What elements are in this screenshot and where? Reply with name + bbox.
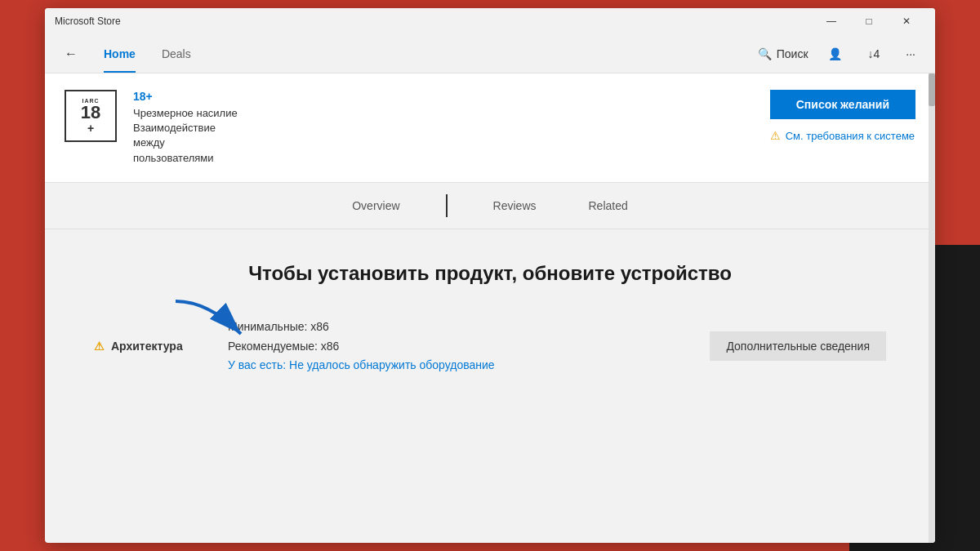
rating-number: 18 <box>81 104 100 122</box>
tab-reviews[interactable]: Reviews <box>487 183 543 229</box>
account-button[interactable]: 👤 <box>822 44 849 64</box>
window-title: Microsoft Store <box>55 16 813 27</box>
tab-home[interactable]: Home <box>91 34 149 73</box>
rating-badge: IARC 18 + <box>65 90 117 142</box>
tab-deals[interactable]: Deals <box>149 34 204 73</box>
maximize-button[interactable]: □ <box>850 8 888 34</box>
scrollbar-thumb[interactable] <box>929 73 935 106</box>
nav-tabs: Home Deals <box>91 34 204 73</box>
age-label: 18+ <box>133 90 754 103</box>
tabs-section: Overview Reviews Related <box>45 183 935 229</box>
error-req: У вас есть: Не удалось обнаружить оборуд… <box>228 356 690 375</box>
window-controls: — □ ✕ <box>813 8 925 34</box>
title-bar: Microsoft Store — □ ✕ <box>45 8 935 34</box>
system-req-button[interactable]: ⚠ См. требования к системе <box>770 129 915 142</box>
scrollbar-track <box>929 73 935 543</box>
search-icon: 🔍 <box>758 47 772 60</box>
search-label: Поиск <box>777 47 808 60</box>
requirements-row: ⚠ Архитектура Минимальные: x86 Рекоменду… <box>94 318 886 375</box>
nav-right: 🔍 Поиск 👤 ↓4 ··· <box>758 44 922 64</box>
top-card: IARC 18 + 18+ Чрезмерное насилие Взаимод… <box>45 73 935 183</box>
tab-overview[interactable]: Overview <box>345 183 406 229</box>
rating-description: Чрезмерное насилие Взаимодействие между … <box>133 106 754 166</box>
rating-plus: + <box>87 122 94 135</box>
warning-icon: ⚠ <box>770 129 781 142</box>
more-info-button[interactable]: Дополнительные сведения <box>710 331 886 361</box>
tab-divider <box>446 194 448 217</box>
download-button[interactable]: ↓4 <box>862 44 887 64</box>
more-button[interactable]: ··· <box>899 44 922 64</box>
account-icon: 👤 <box>828 47 842 60</box>
app-window: Microsoft Store — □ ✕ ← Home Deals 🔍 Пои… <box>45 8 935 543</box>
rating-info: 18+ Чрезмерное насилие Взаимодействие ме… <box>133 90 754 166</box>
detail-section: Чтобы установить продукт, обновите устро… <box>45 229 935 408</box>
search-area[interactable]: 🔍 Поиск <box>758 47 808 60</box>
detail-title: Чтобы установить продукт, обновите устро… <box>94 262 886 285</box>
back-button[interactable]: ← <box>58 43 84 64</box>
wishlist-button[interactable]: Список желаний <box>770 90 915 119</box>
tab-related[interactable]: Related <box>582 183 635 229</box>
card-actions: Список желаний ⚠ См. требования к систем… <box>770 90 915 142</box>
close-button[interactable]: ✕ <box>888 8 925 34</box>
blue-arrow-annotation <box>159 293 339 358</box>
minimize-button[interactable]: — <box>813 8 850 34</box>
tabs-row: Overview Reviews Related <box>45 183 935 229</box>
nav-bar: ← Home Deals 🔍 Поиск 👤 ↓4 ··· <box>45 34 935 73</box>
main-content[interactable]: IARC 18 + 18+ Чрезмерное насилие Взаимод… <box>45 73 935 543</box>
warning-icon-arch: ⚠ <box>94 340 105 353</box>
